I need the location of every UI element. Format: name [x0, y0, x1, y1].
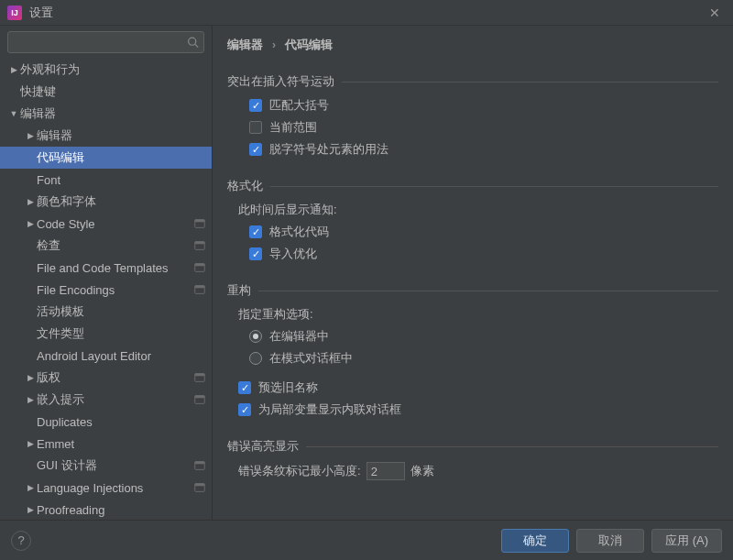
tree-node-15[interactable]: ▶嵌入提示: [0, 389, 212, 411]
project-badge-icon: [193, 261, 206, 274]
project-badge-icon: [193, 481, 206, 494]
tree-node-20[interactable]: ▶Proofreading: [0, 499, 212, 520]
tree-node-11[interactable]: 活动模板: [0, 301, 212, 323]
svg-rect-9: [195, 286, 205, 289]
checkbox-current-scope[interactable]: [249, 121, 262, 134]
project-badge-icon: [193, 217, 206, 230]
settings-tree[interactable]: ▶外观和行为快捷键▼编辑器▶编辑器代码编辑Font▶颜色和字体▶Code Sty…: [0, 59, 212, 520]
checkbox-preview-old-name[interactable]: [238, 381, 251, 394]
tree-node-4[interactable]: 代码编辑: [0, 147, 212, 169]
tree-node-label: 检查: [37, 237, 193, 254]
label-format-code: 格式化代码: [269, 224, 329, 240]
radio-in-editor[interactable]: [249, 330, 262, 343]
tree-node-14[interactable]: ▶版权: [0, 367, 212, 389]
tree-node-label: 嵌入提示: [37, 391, 193, 408]
ok-button[interactable]: 确定: [501, 529, 569, 553]
tree-node-3[interactable]: ▶编辑器: [0, 125, 212, 147]
help-button[interactable]: ?: [11, 531, 31, 551]
tree-node-label: Emmet: [37, 437, 206, 451]
tree-node-0[interactable]: ▶外观和行为: [0, 59, 212, 81]
tree-node-1[interactable]: 快捷键: [0, 81, 212, 103]
expand-arrow-icon: ▶: [24, 373, 37, 382]
tree-node-label: 编辑器: [37, 127, 206, 144]
label-usages: 脱字符号处元素的用法: [269, 141, 388, 158]
label-stripe-pre: 错误条纹标记最小高度:: [238, 463, 361, 479]
apply-button[interactable]: 应用 (A): [651, 529, 722, 553]
expand-arrow-icon: ▶: [24, 395, 37, 404]
expand-arrow-icon: ▶: [24, 131, 37, 140]
tree-node-5[interactable]: Font: [0, 169, 212, 191]
label-specify-options: 指定重构选项:: [238, 306, 718, 323]
tree-node-19[interactable]: ▶Language Injections: [0, 477, 212, 499]
tree-node-9[interactable]: File and Code Templates: [0, 257, 212, 279]
tree-node-label: Duplicates: [37, 415, 206, 429]
tree-node-17[interactable]: ▶Emmet: [0, 433, 212, 455]
tree-node-label: 文件类型: [37, 325, 206, 342]
label-stripe-post: 像素: [410, 463, 434, 479]
svg-rect-17: [195, 484, 205, 487]
radio-in-dialog[interactable]: [249, 352, 262, 365]
tree-node-18[interactable]: GUI 设计器: [0, 455, 212, 477]
tree-node-label: Code Style: [37, 217, 193, 231]
footer: ? 确定 取消 应用 (A): [0, 520, 733, 560]
cancel-button[interactable]: 取消: [576, 529, 644, 553]
input-stripe-height[interactable]: [366, 462, 405, 480]
tree-node-label: 活动模板: [37, 303, 206, 320]
checkbox-format-code[interactable]: [249, 225, 262, 238]
tree-node-2[interactable]: ▼编辑器: [0, 103, 212, 125]
sidebar: ▶外观和行为快捷键▼编辑器▶编辑器代码编辑Font▶颜色和字体▶Code Sty…: [0, 26, 213, 520]
tree-node-label: 快捷键: [20, 83, 206, 100]
window-title: 设置: [29, 5, 704, 21]
tree-node-label: Android Layout Editor: [37, 349, 206, 363]
project-badge-icon: [193, 459, 206, 472]
tree-node-label: 编辑器: [20, 105, 206, 122]
svg-rect-11: [195, 374, 205, 377]
tree-node-label: Font: [37, 173, 206, 187]
breadcrumb-code-editing: 代码编辑: [285, 38, 333, 51]
svg-rect-13: [195, 396, 205, 399]
tree-node-16[interactable]: Duplicates: [0, 411, 212, 433]
label-inline-local: 为局部变量显示内联对话框: [258, 401, 401, 418]
titlebar: IJ 设置 ✕: [0, 0, 733, 26]
tree-node-12[interactable]: 文件类型: [0, 323, 212, 345]
breadcrumb: 编辑器 › 代码编辑: [213, 26, 733, 64]
section-format: 格式化: [227, 178, 718, 194]
tree-node-10[interactable]: File Encodings: [0, 279, 212, 301]
tree-node-label: 颜色和字体: [37, 193, 206, 210]
label-optimize-imports: 导入优化: [269, 246, 317, 262]
label-preview-old-name: 预选旧名称: [258, 379, 318, 396]
expand-arrow-icon: ▶: [24, 219, 37, 228]
label-notify-after: 此时间后显示通知:: [238, 202, 718, 218]
checkbox-inline-local[interactable]: [238, 403, 251, 416]
close-icon[interactable]: ✕: [704, 4, 726, 22]
section-caret: 突出在插入符号运动: [227, 73, 718, 90]
svg-rect-7: [195, 264, 205, 267]
svg-rect-5: [195, 242, 205, 245]
tree-node-label: 代码编辑: [37, 149, 206, 166]
section-refactor: 重构: [227, 282, 718, 299]
expand-arrow-icon: ▶: [24, 197, 37, 206]
tree-node-13[interactable]: Android Layout Editor: [0, 345, 212, 367]
expand-arrow-icon: ▶: [24, 439, 37, 448]
project-badge-icon: [193, 393, 206, 406]
tree-node-8[interactable]: 检查: [0, 235, 212, 257]
checkbox-usages[interactable]: [249, 143, 262, 156]
label-in-dialog: 在模式对话框中: [269, 350, 353, 367]
project-badge-icon: [193, 283, 206, 296]
chevron-right-icon: ›: [272, 38, 276, 51]
label-current-scope: 当前范围: [269, 119, 317, 136]
tree-node-label: GUI 设计器: [37, 457, 193, 474]
tree-node-label: 版权: [37, 369, 193, 386]
checkbox-optimize-imports[interactable]: [249, 247, 262, 260]
breadcrumb-editor: 编辑器: [227, 38, 263, 51]
tree-node-label: 外观和行为: [20, 61, 206, 78]
project-badge-icon: [193, 239, 206, 252]
main-panel: 编辑器 › 代码编辑 突出在插入符号运动 匹配大括号 当前范围 脱字符号处元素的…: [213, 26, 733, 520]
project-badge-icon: [193, 371, 206, 384]
tree-node-label: Proofreading: [37, 503, 206, 517]
tree-node-7[interactable]: ▶Code Style: [0, 213, 212, 235]
search-input[interactable]: [7, 31, 204, 53]
checkbox-match-braces[interactable]: [249, 99, 262, 112]
tree-node-6[interactable]: ▶颜色和字体: [0, 191, 212, 213]
tree-node-label: File and Code Templates: [37, 261, 193, 275]
